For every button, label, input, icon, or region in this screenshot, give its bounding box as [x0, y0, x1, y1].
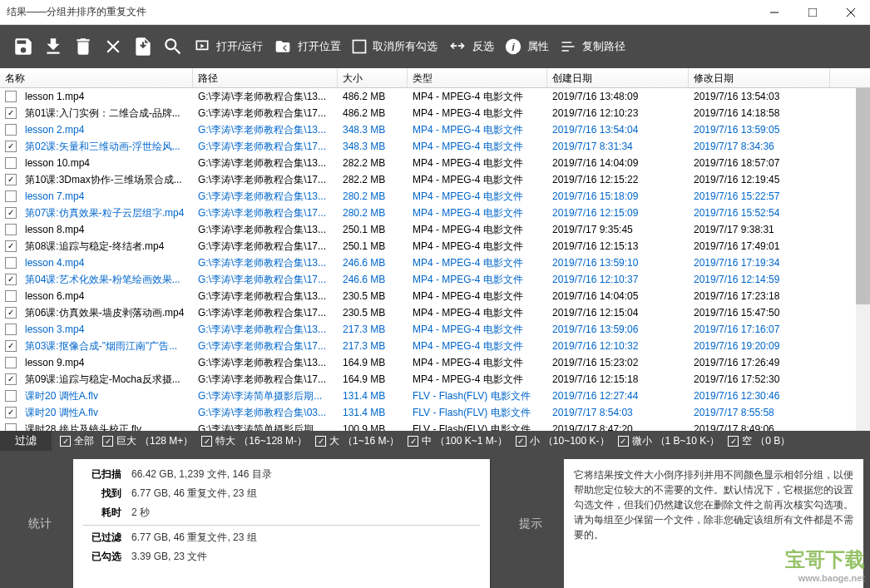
deselect-all-button[interactable]: 取消所有勾选 — [346, 25, 442, 68]
cell-type: MP4 - MPEG-4 电影文件 — [408, 339, 547, 353]
row-checkbox[interactable] — [5, 157, 17, 169]
close-button[interactable] — [832, 0, 870, 25]
save-icon[interactable] — [8, 25, 38, 68]
table-row[interactable]: 课时20 调性A.flvG:\李涛\李涛简单摄影后期...131.4 MBFLV… — [0, 388, 870, 404]
cell-path: G:\李涛\李老师教程合集\13... — [193, 156, 338, 170]
table-row[interactable]: lesson 3.mp4G:\李涛\李老师教程合集\13...217.3 MBM… — [0, 321, 870, 338]
copy-path-button[interactable]: 复制路径 — [554, 25, 630, 68]
header-created[interactable]: 创建日期 — [547, 68, 689, 87]
header-type[interactable]: 类型 — [408, 68, 547, 87]
row-checkbox[interactable] — [5, 141, 17, 152]
row-checkbox[interactable] — [5, 174, 17, 185]
invert-selection-button[interactable]: 反选 — [442, 25, 499, 68]
row-checkbox[interactable] — [5, 240, 17, 252]
table-row[interactable]: lesson 6.mp4G:\李涛\李老师教程合集\13...230.5 MBM… — [0, 288, 870, 304]
cell-created: 2019/7/16 14:04:05 — [547, 290, 689, 302]
filter-empty[interactable]: 空（0 B） — [728, 434, 790, 448]
move-to-icon[interactable] — [128, 25, 158, 68]
row-checkbox[interactable] — [5, 407, 17, 418]
row-checkbox[interactable] — [5, 423, 17, 431]
table-row[interactable]: 第06课:仿真效果-墙皮剥落动画.mp4G:\李涛\李老师教程合集\17...2… — [0, 304, 870, 321]
cell-created: 2019/7/16 15:23:02 — [547, 357, 689, 368]
cell-size: 246.6 MB — [338, 257, 408, 269]
cell-size: 250.1 MB — [338, 240, 408, 252]
row-checkbox[interactable] — [5, 274, 17, 285]
row-checkbox[interactable] — [5, 224, 17, 235]
cell-created: 2019/7/16 12:15:22 — [547, 174, 689, 185]
search-icon[interactable] — [158, 25, 188, 68]
row-checkbox[interactable] — [5, 307, 17, 319]
row-checkbox[interactable] — [5, 290, 17, 302]
cell-modified: 2019/7/16 12:30:46 — [689, 390, 830, 402]
cell-created: 2019/7/16 13:48:09 — [547, 91, 689, 102]
table-row[interactable]: 第07课:仿真效果-粒子云层组字.mp4G:\李涛\李老师教程合集\17...2… — [0, 205, 870, 221]
row-checkbox[interactable] — [5, 390, 17, 402]
table-row[interactable]: 第04课:艺术化效果-粉笔绘画效果...G:\李涛\李老师教程合集\17...2… — [0, 271, 870, 288]
cell-path: G:\李涛\李老师教程合集\17... — [193, 173, 338, 187]
header-size[interactable]: 大小 — [338, 68, 408, 87]
row-checkbox[interactable] — [5, 124, 17, 136]
table-row[interactable]: 课时20 调性A.flvG:\李涛\李老师教程合集\03...131.4 MBF… — [0, 404, 870, 421]
cell-path: G:\李涛\李老师教程合集\17... — [193, 140, 338, 154]
filter-xl[interactable]: 特大（16~128 M-） — [201, 434, 307, 448]
row-checkbox[interactable] — [5, 107, 17, 119]
cell-modified: 2019/7/17 9:38:31 — [689, 224, 830, 235]
cell-created: 2019/7/16 12:10:37 — [547, 274, 689, 285]
row-checkbox[interactable] — [5, 357, 17, 368]
filter-bar: 过滤 全部 巨大（128 M+） 特大（16~128 M-） 大（1~16 M-… — [0, 431, 870, 451]
table-row[interactable]: lesson 2.mp4G:\李涛\李老师教程合集\13...348.3 MBM… — [0, 121, 870, 138]
open-run-button[interactable]: 打开/运行 — [188, 25, 268, 68]
table-row[interactable]: 第01课:入门实例：二维合成-品牌...G:\李涛\李老师教程合集\17...4… — [0, 105, 870, 121]
row-checkbox[interactable] — [5, 373, 17, 385]
table-row[interactable]: 第09课:追踪与稳定-Mocha反求摄...G:\李涛\李老师教程合集\17..… — [0, 371, 870, 388]
row-checkbox[interactable] — [5, 340, 17, 352]
cell-size: 230.5 MB — [338, 307, 408, 319]
table-row[interactable]: 第08课:追踪与稳定-终结者.mp4G:\李涛\李老师教程合集\17...250… — [0, 238, 870, 254]
row-checkbox[interactable] — [5, 324, 17, 335]
cell-path: G:\李涛\李老师教程合集\13... — [193, 90, 338, 104]
filter-xs[interactable]: 微小（1 B~10 K-） — [618, 434, 720, 448]
table-row[interactable]: lesson 4.mp4G:\李涛\李老师教程合集\13...246.6 MBM… — [0, 254, 870, 271]
maximize-button[interactable] — [793, 0, 832, 25]
cell-modified: 2019/7/16 17:16:07 — [689, 324, 830, 335]
vertical-scrollbar[interactable] — [856, 88, 870, 431]
table-row[interactable]: 第02课:矢量和三维动画-浮世绘风...G:\李涛\李老师教程合集\17...3… — [0, 138, 870, 155]
download-icon[interactable] — [38, 25, 68, 68]
cell-created: 2019/7/16 12:15:18 — [547, 373, 689, 385]
table-row[interactable]: lesson 8.mp4G:\李涛\李老师教程合集\13...250.1 MBM… — [0, 221, 870, 238]
recycle-icon[interactable] — [68, 25, 98, 68]
file-grid[interactable]: lesson 1.mp4G:\李涛\李老师教程合集\13...486.2 MBM… — [0, 88, 870, 431]
table-row[interactable]: 课时28 接片及镜头校正.flvG:\李涛\李涛简单摄影后期...100.9 M… — [0, 421, 870, 431]
table-row[interactable]: lesson 7.mp4G:\李涛\李老师教程合集\13...280.2 MBM… — [0, 188, 870, 205]
filter-lg[interactable]: 大（1~16 M-） — [315, 434, 399, 448]
cell-size: 131.4 MB — [338, 407, 408, 418]
table-row[interactable]: lesson 10.mp4G:\李涛\李老师教程合集\13...282.2 MB… — [0, 155, 870, 171]
cell-modified: 2019/7/16 15:52:54 — [689, 207, 830, 219]
cell-name: lesson 4.mp4 — [20, 257, 193, 269]
row-checkbox[interactable] — [5, 190, 17, 202]
properties-button[interactable]: i属性 — [499, 25, 554, 68]
cell-modified: 2019/7/17 8:55:58 — [689, 407, 830, 418]
header-modified[interactable]: 修改日期 — [689, 68, 830, 87]
table-row[interactable]: 第03课:抠像合成-"烟雨江南"广告...G:\李涛\李老师教程合集\17...… — [0, 338, 870, 354]
filter-md[interactable]: 中（100 K~1 M-） — [408, 434, 507, 448]
minimize-button[interactable] — [755, 0, 793, 25]
cell-name: 第09课:追踪与稳定-Mocha反求摄... — [20, 373, 193, 387]
table-row[interactable]: 第10课:3Dmax协作-三维场景合成...G:\李涛\李老师教程合集\17..… — [0, 171, 870, 188]
svg-rect-1 — [353, 41, 365, 53]
table-row[interactable]: lesson 1.mp4G:\李涛\李老师教程合集\13...486.2 MBM… — [0, 88, 870, 105]
filter-all[interactable]: 全部 — [60, 434, 94, 448]
delete-icon[interactable] — [98, 25, 128, 68]
header-path[interactable]: 路径 — [193, 68, 338, 87]
cell-type: MP4 - MPEG-4 电影文件 — [408, 106, 547, 121]
row-checkbox[interactable] — [5, 207, 17, 219]
filter-huge[interactable]: 巨大（128 M+） — [102, 434, 193, 448]
row-checkbox[interactable] — [5, 91, 17, 102]
cell-modified: 2019/7/16 19:20:09 — [689, 340, 830, 352]
cell-created: 2019/7/16 13:59:06 — [547, 324, 689, 335]
row-checkbox[interactable] — [5, 257, 17, 269]
open-location-button[interactable]: 打开位置 — [268, 25, 346, 68]
header-name[interactable]: 名称 — [0, 68, 193, 87]
table-row[interactable]: lesson 9.mp4G:\李涛\李老师教程合集\13...164.9 MBM… — [0, 354, 870, 371]
filter-sm[interactable]: 小（10~100 K-） — [516, 434, 610, 448]
